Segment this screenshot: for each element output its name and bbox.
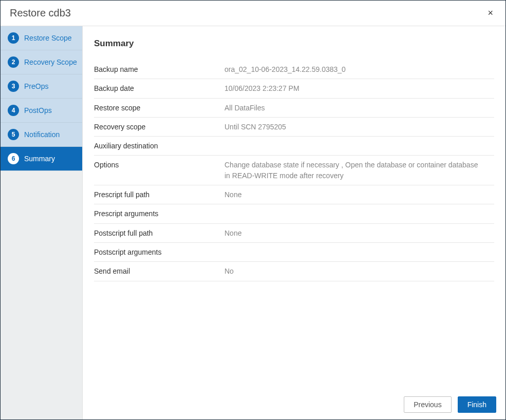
summary-value <box>224 141 494 151</box>
restore-wizard-modal: Restore cdb3 × 1 Restore Scope 2 Recover… <box>0 0 506 420</box>
step-number-badge: 1 <box>8 32 19 44</box>
summary-label: Recovery scope <box>94 122 224 132</box>
summary-label: Backup date <box>94 83 224 93</box>
step-number-badge: 2 <box>8 56 19 68</box>
modal-header: Restore cdb3 × <box>1 1 505 26</box>
summary-value: None <box>224 189 494 200</box>
sidebar-step-recovery-scope[interactable]: 2 Recovery Scope <box>1 50 82 74</box>
summary-row-recovery-scope: Recovery scope Until SCN 2795205 <box>94 118 494 137</box>
summary-value <box>224 247 494 257</box>
summary-value: 10/06/2023 2:23:27 PM <box>224 83 494 93</box>
summary-value: ora_02_10-06-2023_14.22.59.0383_0 <box>224 64 494 74</box>
step-label: PreOps <box>24 82 48 90</box>
modal-title: Restore cdb3 <box>10 7 71 19</box>
summary-label: Backup name <box>94 64 224 74</box>
summary-label: Options <box>94 160 224 181</box>
wizard-footer: Previous Finish <box>83 390 505 419</box>
step-label: Notification <box>24 130 60 139</box>
previous-button[interactable]: Previous <box>404 396 451 413</box>
summary-row-options: Options Change database state if necessa… <box>94 156 494 185</box>
sidebar-step-summary[interactable]: 6 Summary <box>1 147 82 171</box>
step-label: Restore Scope <box>24 34 72 42</box>
close-icon[interactable]: × <box>484 6 496 21</box>
page-heading: Summary <box>94 39 494 49</box>
sidebar-step-preops[interactable]: 3 PreOps <box>1 74 82 99</box>
modal-body: 1 Restore Scope 2 Recovery Scope 3 PreOp… <box>1 26 505 419</box>
finish-button[interactable]: Finish <box>458 396 496 413</box>
summary-value: All DataFiles <box>224 103 494 113</box>
summary-value: Until SCN 2795205 <box>224 122 494 132</box>
summary-row-prescript-arguments: Prescript arguments <box>94 204 494 223</box>
step-number-badge: 3 <box>8 81 19 92</box>
step-label: Summary <box>24 155 55 163</box>
summary-row-auxiliary-destination: Auxiliary destination <box>94 137 494 156</box>
summary-content: Summary Backup name ora_02_10-06-2023_14… <box>83 26 505 390</box>
sidebar-step-notification[interactable]: 5 Notification <box>1 123 82 147</box>
sidebar-step-postops[interactable]: 4 PostOps <box>1 99 82 123</box>
summary-label: Postscript full path <box>94 228 224 238</box>
sidebar-step-restore-scope[interactable]: 1 Restore Scope <box>1 26 82 50</box>
summary-row-send-email: Send email No <box>94 262 494 281</box>
step-number-badge: 4 <box>8 105 19 116</box>
summary-row-prescript-full-path: Prescript full path None <box>94 185 494 204</box>
summary-value: Change database state if necessary , Ope… <box>224 160 494 181</box>
summary-row-backup-name: Backup name ora_02_10-06-2023_14.22.59.0… <box>94 60 494 79</box>
summary-label: Auxiliary destination <box>94 141 224 151</box>
step-label: Recovery Scope <box>24 58 77 66</box>
summary-value <box>224 208 494 219</box>
summary-label: Prescript arguments <box>94 208 224 219</box>
step-label: PostOps <box>24 106 52 114</box>
summary-label: Postscript arguments <box>94 247 224 257</box>
summary-label: Restore scope <box>94 103 224 113</box>
summary-row-postscript-full-path: Postscript full path None <box>94 224 494 243</box>
step-number-badge: 6 <box>8 153 19 164</box>
summary-row-restore-scope: Restore scope All DataFiles <box>94 99 494 118</box>
summary-row-backup-date: Backup date 10/06/2023 2:23:27 PM <box>94 79 494 98</box>
step-number-badge: 5 <box>8 129 19 140</box>
summary-label: Send email <box>94 266 224 276</box>
summary-label: Prescript full path <box>94 189 224 200</box>
main-panel: Summary Backup name ora_02_10-06-2023_14… <box>83 26 505 419</box>
summary-value: None <box>224 228 494 238</box>
summary-row-postscript-arguments: Postscript arguments <box>94 243 494 262</box>
summary-value: No <box>224 266 494 276</box>
wizard-sidebar: 1 Restore Scope 2 Recovery Scope 3 PreOp… <box>1 26 83 419</box>
